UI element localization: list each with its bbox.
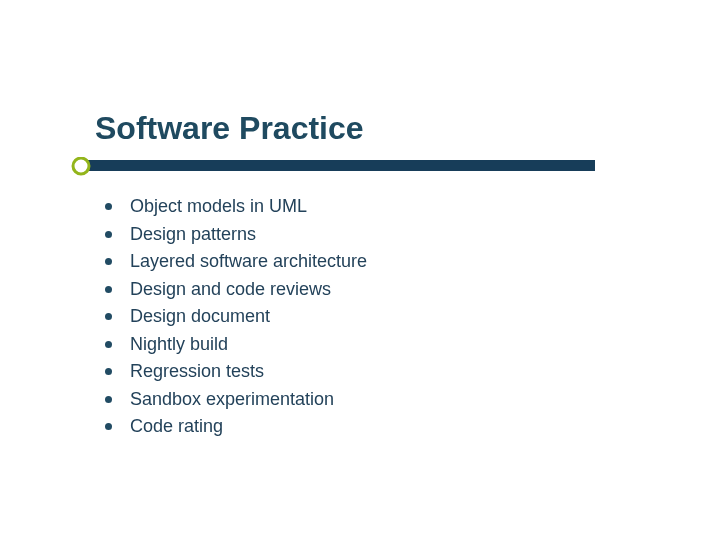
bullet-icon xyxy=(105,341,112,348)
bullet-icon xyxy=(105,286,112,293)
list-item: Code rating xyxy=(105,415,367,438)
list-item: Design document xyxy=(105,305,367,328)
bullet-icon xyxy=(105,231,112,238)
list-item: Regression tests xyxy=(105,360,367,383)
list-item-text: Object models in UML xyxy=(130,195,307,218)
bullet-icon xyxy=(105,423,112,430)
svg-point-1 xyxy=(73,158,89,174)
slide: Software Practice Object models in UML D… xyxy=(0,0,720,540)
list-item: Design and code reviews xyxy=(105,278,367,301)
list-item-text: Design and code reviews xyxy=(130,278,331,301)
list-item-text: Layered software architecture xyxy=(130,250,367,273)
list-item-text: Code rating xyxy=(130,415,223,438)
bullet-icon xyxy=(105,203,112,210)
bullet-list: Object models in UML Design patterns Lay… xyxy=(105,195,367,443)
slide-title: Software Practice xyxy=(95,110,364,147)
svg-rect-0 xyxy=(88,160,595,171)
list-item: Layered software architecture xyxy=(105,250,367,273)
list-item-text: Design patterns xyxy=(130,223,256,246)
list-item: Sandbox experimentation xyxy=(105,388,367,411)
list-item-text: Regression tests xyxy=(130,360,264,383)
bullet-icon xyxy=(105,368,112,375)
bullet-icon xyxy=(105,313,112,320)
bullet-icon xyxy=(105,258,112,265)
bullet-icon xyxy=(105,396,112,403)
list-item: Object models in UML xyxy=(105,195,367,218)
title-underline xyxy=(70,157,595,175)
list-item-text: Sandbox experimentation xyxy=(130,388,334,411)
list-item-text: Nightly build xyxy=(130,333,228,356)
list-item-text: Design document xyxy=(130,305,270,328)
list-item: Design patterns xyxy=(105,223,367,246)
list-item: Nightly build xyxy=(105,333,367,356)
